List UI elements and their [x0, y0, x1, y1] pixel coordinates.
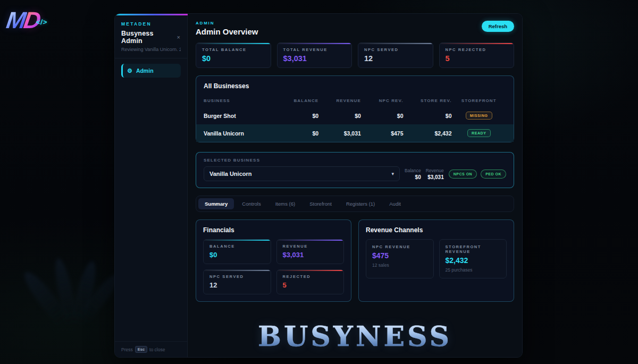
business-select-value: Vanilla Unicorn	[209, 171, 251, 177]
table-column-header: BALANCE	[282, 98, 318, 103]
business-balance: $0	[282, 113, 318, 119]
financial-label: REJECTED	[283, 274, 338, 279]
financial-value: 12	[209, 281, 265, 289]
selected-balance-value: $0	[405, 174, 421, 180]
selected-revenue-label: Revenue	[426, 168, 444, 173]
sidebar: METADEN Busyness Admin × Reviewing Vanil…	[115, 14, 188, 357]
main-header: ADMIN Admin Overview Refresh	[196, 21, 514, 36]
business-revenue: $3,031	[318, 130, 361, 137]
busyness-watermark: BUSYNESS	[196, 320, 514, 352]
status-badge: PED OK	[481, 170, 506, 179]
stat-card: TOTAL BALANCE $0	[196, 43, 271, 68]
stat-card: NPC SERVED 12	[358, 43, 433, 68]
esc-hint-suffix: to close	[149, 347, 165, 352]
selected-balance: Balance $0	[405, 168, 421, 180]
table-column-header: BUSINESS	[204, 98, 282, 103]
revenue-channel-label: STOREFRONT REVENUE	[446, 244, 501, 254]
tab-bar: SummaryControlsItems (6)StorefrontRegist…	[196, 196, 514, 212]
refresh-button[interactable]: Refresh	[482, 21, 514, 32]
financial-value: 5	[283, 281, 338, 289]
revenue-channel-sub: 12 sales	[372, 263, 427, 268]
business-name: Vanilla Unicorn	[204, 130, 282, 137]
tab-controls[interactable]: Controls	[236, 198, 267, 209]
stat-value: 12	[364, 54, 427, 63]
section-eyebrow: ADMIN	[196, 21, 258, 26]
table-header-row: BUSINESSBALANCEREVENUENPC REV.STORE REV.…	[196, 95, 514, 107]
esc-key: Esc	[135, 346, 147, 353]
stat-label: NPC REJECTED	[446, 47, 508, 52]
business-name: Burger Shot	[204, 113, 282, 119]
selected-revenue: Revenue $3,031	[426, 168, 444, 180]
business-npc-rev: $475	[361, 130, 404, 137]
stat-value: $0	[202, 54, 265, 63]
table-column-header: STOREFRONT	[452, 98, 506, 103]
revenue-channels-title: Revenue Channels	[366, 226, 507, 234]
selected-business-label: SELECTED BUSINESS	[204, 158, 506, 163]
revenue-channel-label: NPC REVENUE	[372, 244, 427, 249]
revenue-channel-card: STOREFRONT REVENUE $2,432 25 purchases	[439, 239, 507, 278]
financial-card: REVENUE $3,031	[276, 239, 345, 264]
revenue-channel-value: $2,432	[446, 256, 501, 265]
stat-card: NPC REJECTED 5	[439, 43, 515, 68]
financial-label: BALANCE	[209, 244, 265, 249]
table-row[interactable]: Vanilla Unicorn $0 $3,031 $475 $2,432 RE…	[196, 124, 514, 142]
stat-card: TOTAL REVENUE $3,031	[277, 43, 352, 68]
storefront-status-badge: MISSING	[466, 112, 492, 120]
stats-row: TOTAL BALANCE $0 TOTAL REVENUE $3,031 NP…	[196, 43, 514, 68]
selected-balance-label: Balance	[405, 168, 421, 173]
business-select[interactable]: Vanilla Unicorn ▾	[204, 166, 400, 181]
all-businesses-title: All Businesses	[196, 82, 514, 90]
tab-registers-1[interactable]: Registers (1)	[340, 198, 381, 209]
revenue-channel-card: NPC REVENUE $475 12 sales	[366, 239, 434, 278]
revenue-channels-panel: Revenue Channels NPC REVENUE $475 12 sal…	[358, 219, 514, 302]
financial-value: $0	[209, 251, 265, 259]
page-title: Admin Overview	[196, 27, 258, 36]
selected-business-panel: SELECTED BUSINESS Vanilla Unicorn ▾ Bala…	[196, 152, 514, 188]
tab-summary[interactable]: Summary	[198, 198, 234, 209]
business-revenue: $0	[318, 113, 361, 119]
financials-grid: BALANCE $0 REVENUE $3,031 NPC SERVED 12 …	[203, 239, 344, 294]
gear-icon: ⚙	[127, 68, 132, 74]
tab-storefront[interactable]: Storefront	[303, 198, 338, 209]
sidebar-subtitle: Reviewing Vanilla Unicorn. 2 b...	[121, 47, 181, 52]
divider	[115, 58, 187, 58]
financial-label: NPC SERVED	[209, 274, 265, 279]
code-icon: </>	[36, 18, 48, 26]
table-column-header: NPC REV.	[361, 98, 404, 103]
financials-panel: Financials BALANCE $0 REVENUE $3,031 NPC…	[196, 219, 351, 302]
table-body: Burger Shot $0 $0 $0 $0 MISSING Vanilla …	[196, 107, 514, 142]
business-store-rev: $2,432	[404, 130, 452, 137]
revenue-channels-grid: NPC REVENUE $475 12 sales STOREFRONT REV…	[366, 239, 507, 278]
chevron-down-icon: ▾	[391, 171, 394, 176]
table-column-header: STORE REV.	[404, 98, 452, 103]
esc-hint: Press Esc to close	[115, 341, 187, 357]
financial-card: BALANCE $0	[203, 239, 271, 264]
all-businesses-panel: All Businesses BUSINESSBALANCEREVENUENPC…	[196, 75, 514, 142]
sidebar-item-admin[interactable]: ⚙ Admin	[121, 64, 181, 78]
close-icon[interactable]: ×	[177, 34, 181, 40]
table-column-header: REVENUE	[318, 98, 361, 103]
esc-hint-prefix: Press	[121, 347, 133, 352]
main-content: ADMIN Admin Overview Refresh TOTAL BALAN…	[188, 14, 522, 357]
table-row[interactable]: Burger Shot $0 $0 $0 $0 MISSING	[196, 107, 514, 124]
stat-value: $3,031	[283, 54, 346, 63]
stat-label: TOTAL REVENUE	[283, 47, 346, 52]
business-npc-rev: $0	[361, 113, 404, 119]
stat-value: 5	[446, 54, 508, 63]
stat-label: TOTAL BALANCE	[202, 47, 265, 52]
tab-items-6[interactable]: Items (6)	[269, 198, 301, 209]
tab-audit[interactable]: Audit	[383, 198, 407, 209]
business-balance: $0	[282, 130, 318, 137]
businesses-table: BUSINESSBALANCEREVENUENPC REV.STORE REV.…	[196, 95, 514, 142]
sidebar-item-label: Admin	[136, 67, 154, 74]
busyness-admin-window: METADEN Busyness Admin × Reviewing Vanil…	[114, 13, 523, 358]
sidebar-nav: ⚙ Admin	[121, 64, 181, 78]
brand-label: METADEN	[121, 21, 181, 27]
stat-label: NPC SERVED	[364, 47, 427, 52]
financial-card: NPC SERVED 12	[203, 269, 271, 294]
financial-label: REVENUE	[283, 244, 338, 249]
status-badge: NPCS ON	[449, 170, 477, 179]
revenue-channel-sub: 25 purchases	[446, 267, 501, 273]
financial-value: $3,031	[283, 251, 338, 259]
financial-card: REJECTED 5	[276, 269, 345, 294]
